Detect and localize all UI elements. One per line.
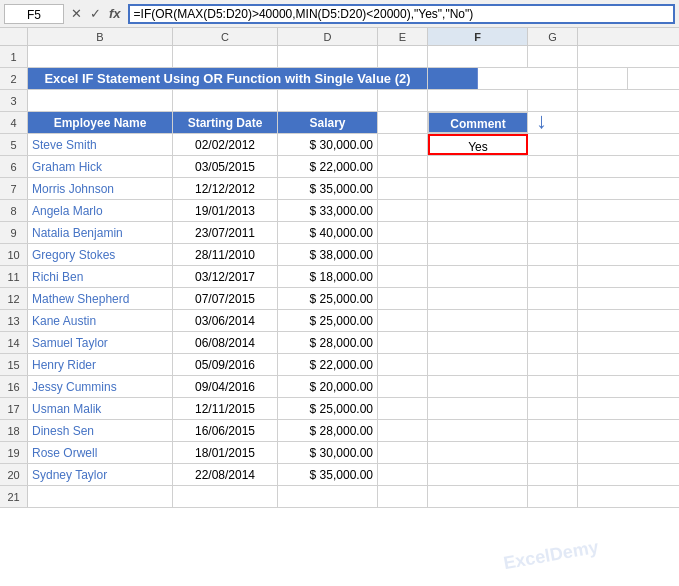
cell-g2[interactable] bbox=[578, 68, 628, 89]
cell-e2[interactable] bbox=[428, 68, 478, 89]
cell-f2[interactable] bbox=[478, 68, 578, 89]
cell-g16[interactable] bbox=[528, 376, 578, 397]
cell-b11[interactable]: Richi Ben bbox=[28, 266, 173, 287]
cell-c18[interactable]: 16/06/2015 bbox=[173, 420, 278, 441]
cell-d19[interactable]: $ 30,000.00 bbox=[278, 442, 378, 463]
col-header-a[interactable] bbox=[0, 28, 28, 45]
cell-d1[interactable] bbox=[278, 46, 378, 67]
cell-d12[interactable]: $ 25,000.00 bbox=[278, 288, 378, 309]
col-header-e[interactable]: E bbox=[378, 28, 428, 45]
cell-g6[interactable] bbox=[528, 156, 578, 177]
cell-b19[interactable]: Rose Orwell bbox=[28, 442, 173, 463]
cell-d21[interactable] bbox=[278, 486, 378, 507]
cell-d9[interactable]: $ 40,000.00 bbox=[278, 222, 378, 243]
cell-e18[interactable] bbox=[378, 420, 428, 441]
cell-f9[interactable] bbox=[428, 222, 528, 243]
cell-e13[interactable] bbox=[378, 310, 428, 331]
cell-d20[interactable]: $ 35,000.00 bbox=[278, 464, 378, 485]
cell-g14[interactable] bbox=[528, 332, 578, 353]
cell-g18[interactable] bbox=[528, 420, 578, 441]
cell-b21[interactable] bbox=[28, 486, 173, 507]
cell-e19[interactable] bbox=[378, 442, 428, 463]
cell-g4[interactable]: ↓ bbox=[528, 112, 578, 133]
cell-e10[interactable] bbox=[378, 244, 428, 265]
cell-g8[interactable] bbox=[528, 200, 578, 221]
cell-f3[interactable] bbox=[428, 90, 528, 111]
col-header-b[interactable]: B bbox=[28, 28, 173, 45]
cell-c16[interactable]: 09/04/2016 bbox=[173, 376, 278, 397]
cell-g15[interactable] bbox=[528, 354, 578, 375]
cell-d5[interactable]: $ 30,000.00 bbox=[278, 134, 378, 155]
cell-c12[interactable]: 07/07/2015 bbox=[173, 288, 278, 309]
cell-b5[interactable]: Steve Smith bbox=[28, 134, 173, 155]
cell-e12[interactable] bbox=[378, 288, 428, 309]
cell-d10[interactable]: $ 38,000.00 bbox=[278, 244, 378, 265]
cell-d11[interactable]: $ 18,000.00 bbox=[278, 266, 378, 287]
cell-g13[interactable] bbox=[528, 310, 578, 331]
cell-f18[interactable] bbox=[428, 420, 528, 441]
cell-c15[interactable]: 05/09/2016 bbox=[173, 354, 278, 375]
cell-d6[interactable]: $ 22,000.00 bbox=[278, 156, 378, 177]
cell-c19[interactable]: 18/01/2015 bbox=[173, 442, 278, 463]
cell-f8[interactable] bbox=[428, 200, 528, 221]
cell-c9[interactable]: 23/07/2011 bbox=[173, 222, 278, 243]
cell-c6[interactable]: 03/05/2015 bbox=[173, 156, 278, 177]
cell-c11[interactable]: 03/12/2017 bbox=[173, 266, 278, 287]
cell-e1[interactable] bbox=[378, 46, 428, 67]
cell-f20[interactable] bbox=[428, 464, 528, 485]
cell-e11[interactable] bbox=[378, 266, 428, 287]
cell-b3[interactable] bbox=[28, 90, 173, 111]
cell-e15[interactable] bbox=[378, 354, 428, 375]
formula-input[interactable] bbox=[128, 4, 675, 24]
cell-b13[interactable]: Kane Austin bbox=[28, 310, 173, 331]
cell-e17[interactable] bbox=[378, 398, 428, 419]
cell-e21[interactable] bbox=[378, 486, 428, 507]
cell-e8[interactable] bbox=[378, 200, 428, 221]
cell-g7[interactable] bbox=[528, 178, 578, 199]
cell-b16[interactable]: Jessy Cummins bbox=[28, 376, 173, 397]
cell-e14[interactable] bbox=[378, 332, 428, 353]
cell-b1[interactable] bbox=[28, 46, 173, 67]
cell-g19[interactable] bbox=[528, 442, 578, 463]
cell-f11[interactable] bbox=[428, 266, 528, 287]
cell-b14[interactable]: Samuel Taylor bbox=[28, 332, 173, 353]
insert-function-icon[interactable]: fx bbox=[106, 6, 124, 21]
cell-c13[interactable]: 03/06/2014 bbox=[173, 310, 278, 331]
cell-e20[interactable] bbox=[378, 464, 428, 485]
cell-e16[interactable] bbox=[378, 376, 428, 397]
cell-f10[interactable] bbox=[428, 244, 528, 265]
cell-g5[interactable] bbox=[528, 134, 578, 155]
cell-c5[interactable]: 02/02/2012 bbox=[173, 134, 278, 155]
cell-f17[interactable] bbox=[428, 398, 528, 419]
cell-f16[interactable] bbox=[428, 376, 528, 397]
cancel-icon[interactable]: ✕ bbox=[68, 6, 85, 21]
cell-g17[interactable] bbox=[528, 398, 578, 419]
cell-b15[interactable]: Henry Rider bbox=[28, 354, 173, 375]
col-header-c[interactable]: C bbox=[173, 28, 278, 45]
cell-f12[interactable] bbox=[428, 288, 528, 309]
cell-f5[interactable]: Yes bbox=[428, 134, 528, 155]
cell-f21[interactable] bbox=[428, 486, 528, 507]
col-header-g[interactable]: G bbox=[528, 28, 578, 45]
cell-b18[interactable]: Dinesh Sen bbox=[28, 420, 173, 441]
cell-d17[interactable]: $ 25,000.00 bbox=[278, 398, 378, 419]
confirm-icon[interactable]: ✓ bbox=[87, 6, 104, 21]
cell-b6[interactable]: Graham Hick bbox=[28, 156, 173, 177]
cell-f19[interactable] bbox=[428, 442, 528, 463]
cell-f13[interactable] bbox=[428, 310, 528, 331]
col-header-d[interactable]: D bbox=[278, 28, 378, 45]
cell-e5[interactable] bbox=[378, 134, 428, 155]
cell-e6[interactable] bbox=[378, 156, 428, 177]
cell-b10[interactable]: Gregory Stokes bbox=[28, 244, 173, 265]
cell-d14[interactable]: $ 28,000.00 bbox=[278, 332, 378, 353]
cell-f7[interactable] bbox=[428, 178, 528, 199]
cell-c1[interactable] bbox=[173, 46, 278, 67]
cell-c10[interactable]: 28/11/2010 bbox=[173, 244, 278, 265]
cell-g21[interactable] bbox=[528, 486, 578, 507]
cell-c7[interactable]: 12/12/2012 bbox=[173, 178, 278, 199]
cell-g10[interactable] bbox=[528, 244, 578, 265]
cell-d16[interactable]: $ 20,000.00 bbox=[278, 376, 378, 397]
cell-g11[interactable] bbox=[528, 266, 578, 287]
cell-g3[interactable] bbox=[528, 90, 578, 111]
cell-g1[interactable] bbox=[528, 46, 578, 67]
